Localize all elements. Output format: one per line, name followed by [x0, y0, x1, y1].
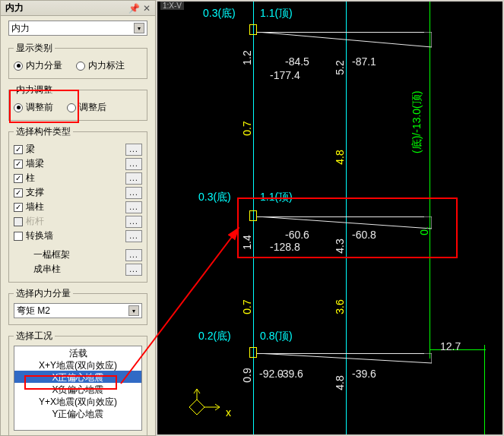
section3-left-v: 0.7: [242, 299, 252, 314]
component-legend: 选择内力分量: [14, 287, 73, 300]
adjust-legend: 内力调整: [14, 84, 55, 96]
checkbox-member[interactable]: [14, 203, 23, 212]
checkbox-member[interactable]: [14, 174, 23, 183]
member-options-button[interactable]: ...: [125, 172, 142, 185]
section3-left-axial: 0.9: [242, 368, 252, 382]
checkbox-member[interactable]: [14, 145, 23, 154]
moment-envelope-icon: [257, 32, 432, 59]
section1-m-right: -87.1: [352, 56, 376, 67]
chevron-down-icon[interactable]: ▾: [128, 305, 139, 316]
member-label: 梁: [26, 143, 35, 156]
display-type-legend: 显示类别: [14, 42, 55, 55]
close-icon[interactable]: ✕: [143, 3, 151, 14]
radio-display-component-label: 内力分量: [26, 59, 62, 72]
member-type-group: 选择构件类型 梁...墙梁...柱...支撑...墙柱...桁杆...转换墙..…: [8, 125, 147, 283]
member-options-button[interactable]: ...: [125, 187, 142, 199]
section1-left-axial: 1.2: [242, 50, 252, 65]
section2-m-right: -60.8: [352, 229, 376, 240]
checkbox-member: [14, 217, 23, 226]
extra-column-label: 成串柱: [14, 263, 61, 276]
section2-top-right: 0.: [419, 226, 430, 235]
section3-far-right: 12.7: [440, 341, 461, 352]
section1-bottom-label: 0.3(底): [203, 8, 236, 18]
section1-right-axial: 5.2: [334, 60, 345, 74]
section2-top-label: 1.1(顶): [260, 191, 293, 202]
wall-line: [484, 345, 485, 436]
node-marker-icon: [249, 210, 257, 221]
panel-title: 内力: [5, 2, 24, 14]
axis-x-label: x: [226, 407, 231, 418]
section2-left-v: 0.7: [242, 121, 252, 135]
panel-titlebar: 内力 📌 ✕: [1, 1, 155, 16]
loadcase-group: 选择工况 活载X+Y地震(双向效应)X正偏心地震X负偏心地震Y+X地震(双向效应…: [8, 330, 147, 436]
chevron-down-icon[interactable]: ▾: [134, 23, 144, 33]
section2-right-mid: 4.8: [334, 150, 345, 164]
section3-m-total: -92.0: [259, 368, 284, 379]
svg-marker-1: [257, 216, 432, 229]
radio-display-component[interactable]: [14, 62, 23, 71]
section1-m-left: -84.5: [285, 56, 309, 67]
member-options-button[interactable]: ...: [125, 158, 142, 170]
node-marker-icon: [249, 24, 257, 35]
pin-icon[interactable]: 📌: [128, 3, 140, 14]
moment-envelope-icon: [257, 216, 432, 239]
member-options-button[interactable]: ...: [125, 144, 142, 156]
radio-adjust-after-label: 调整后: [79, 101, 106, 114]
display-type-group: 显示类别 内力分量 内力标注: [8, 42, 147, 79]
svg-marker-2: [257, 353, 432, 363]
component-dropdown[interactable]: 弯矩 M2 ▾: [14, 303, 142, 318]
checkbox-member[interactable]: [14, 160, 23, 169]
loadcase-item[interactable]: X+Y地震(双向效应): [14, 359, 141, 371]
checkbox-member[interactable]: [14, 188, 23, 197]
section1-top-label: 1.1(顶): [260, 8, 293, 18]
loadcase-legend: 选择工况: [14, 330, 55, 343]
node-marker-icon: [249, 347, 257, 358]
section3-m-right: -39.6: [352, 368, 376, 379]
member-label: 墙梁: [26, 157, 44, 170]
member-options-button[interactable]: ...: [125, 216, 142, 228]
drawing-viewport[interactable]: 1:X-V 0.3(底) 1.1(顶) 1.2 5.2 -84.5 -87.1 …: [156, 0, 504, 436]
member-label: 转换墙: [26, 229, 53, 242]
radio-adjust-after[interactable]: [67, 103, 76, 112]
member-type-legend: 选择构件类型: [14, 125, 73, 138]
section2-right-axial: 4.3: [334, 239, 345, 253]
viewport-tab: 1:X-V: [160, 2, 184, 10]
section2-m-left: -60.6: [285, 229, 309, 240]
loadcase-item[interactable]: X负偏心地震: [14, 383, 141, 395]
axis-triad-icon: [182, 384, 227, 422]
radio-adjust-before[interactable]: [14, 103, 23, 112]
member-options-button[interactable]: ...: [125, 201, 142, 213]
svg-marker-0: [257, 32, 432, 47]
component-group: 选择内力分量 弯矩 M2 ▾: [8, 287, 147, 325]
sidebar-panel: 内力 📌 ✕ 内力 ▾ 显示类别 内力分量 内力标注 内力调整 调整前: [0, 0, 156, 436]
section3-top-label: 0.8(顶): [260, 330, 293, 341]
component-dropdown-value: 弯矩 M2: [17, 305, 50, 318]
radio-display-annotation-label: 内力标注: [88, 59, 125, 72]
extra-frame-button[interactable]: ...: [125, 249, 142, 261]
loadcase-item[interactable]: 活载: [14, 346, 141, 359]
loadcase-listbox[interactable]: 活载X+Y地震(双向效应)X正偏心地震X负偏心地震Y+X地震(双向效应)Y正偏心…: [14, 346, 142, 431]
member-options-button[interactable]: ...: [125, 230, 142, 242]
section2-left-axial: 1.4: [242, 235, 252, 249]
radio-display-annotation[interactable]: [76, 62, 85, 71]
member-label: 柱: [26, 172, 35, 185]
adjust-group: 内力调整 调整前 调整后: [8, 84, 147, 121]
loadcase-item[interactable]: Y+X地震(双向效应): [14, 395, 141, 407]
member-label: 墙柱: [26, 201, 44, 213]
radio-adjust-before-label: 调整前: [26, 101, 53, 114]
checkbox-member[interactable]: [14, 232, 23, 241]
loadcase-item[interactable]: X正偏心地震: [14, 371, 141, 383]
section1-m-total: -177.4: [270, 70, 300, 81]
section2-right-v: 3.6: [334, 299, 345, 314]
section2-bottom-label: 0.3(底): [198, 191, 231, 202]
member-label: 桁杆: [26, 215, 44, 228]
main-dropdown[interactable]: 内力 ▾: [8, 21, 147, 36]
extra-frame-label: 一榀框架: [14, 248, 70, 261]
main-dropdown-value: 内力: [11, 22, 30, 35]
section3-right-axial: 4.8: [334, 375, 345, 390]
section2-m-total: -128.8: [270, 242, 300, 252]
extra-column-button[interactable]: ...: [125, 264, 142, 276]
section3-bottom-label: 0.2(底): [198, 330, 231, 341]
section2-top-annot: (底)/-13.0(顶): [411, 91, 422, 153]
loadcase-item[interactable]: Y正偏心地震: [14, 407, 141, 419]
